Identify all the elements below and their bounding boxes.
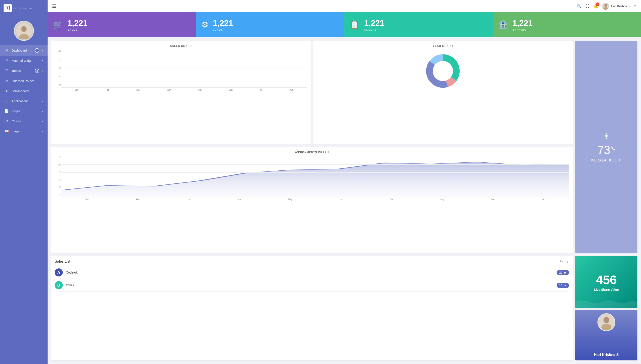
applications-icon: ⊞ bbox=[4, 99, 9, 103]
sidebar-item-material-widget[interactable]: ⊞ Material Widget ▾ bbox=[0, 56, 48, 66]
chevron-down-icon: ▾ bbox=[42, 110, 43, 112]
stat-info-sales: 1,221 SALES bbox=[68, 18, 88, 31]
sidebar-item-dashboard[interactable]: ⊞ Dashboard 1 ▾ bbox=[0, 45, 48, 56]
stat-info-leads: 1,221 LEADS bbox=[213, 18, 233, 31]
weather-card: ☀ 73°C KERALA, KOCHI bbox=[575, 41, 638, 253]
stat-info-banking: 1,221 BANKING bbox=[512, 18, 533, 31]
assignments-x-labels: JanFebMarAprMayJunJulAugSepOct bbox=[62, 198, 569, 201]
item-icon-codetok: A bbox=[55, 268, 63, 276]
sidebar-item-scrumboard[interactable]: ★ Scrumboard bbox=[0, 86, 48, 96]
sales-list-actions: ↻ ⋮ bbox=[560, 259, 569, 264]
material-widget-icon: ⊞ bbox=[4, 58, 9, 63]
guarded-routes-icon: ✏ bbox=[4, 79, 9, 83]
sales-list-item: A Codetok 20 ★ bbox=[55, 266, 569, 279]
more-options-button[interactable]: ⋮ bbox=[566, 259, 569, 264]
sales-list-item: B Item 2 15 ★ bbox=[55, 279, 569, 292]
svg-point-5 bbox=[604, 4, 607, 7]
svg-point-11 bbox=[433, 61, 453, 81]
cart-icon: 🛒 bbox=[53, 20, 63, 30]
sidebar-item-applications[interactable]: ⊞ Applications ▾ bbox=[0, 96, 48, 106]
svg-point-2 bbox=[21, 26, 26, 32]
bank-icon: 🏦 bbox=[498, 20, 508, 30]
sidebar: CODETOK.com ⊞ Dashboard 1 ▾ ⊞ Material W… bbox=[0, 0, 48, 364]
chevron-down-icon: ▾ bbox=[42, 130, 43, 132]
sales-list-header: Sales List ↻ ⋮ bbox=[55, 259, 569, 264]
sales-list-card: Sales List ↻ ⋮ A Codetok 20 ★ bbox=[51, 256, 573, 360]
user-avatar-area bbox=[14, 21, 34, 41]
stat-info-assets: 1,221 ASSETS bbox=[364, 18, 384, 31]
refresh-button[interactable]: ↻ bbox=[560, 259, 563, 264]
gear-icon: ⚙ bbox=[201, 20, 208, 30]
chevron-down-icon: ▾ bbox=[42, 120, 43, 122]
clipboard-icon: 📋 bbox=[350, 20, 360, 30]
profile-name: Hari Krishna S bbox=[594, 353, 619, 357]
dashboard-icon: ⊞ bbox=[4, 48, 9, 53]
share-card: 456 Live Share Value bbox=[575, 256, 638, 308]
sidebar-avatar bbox=[14, 21, 34, 41]
notifications-button[interactable]: 🔔 3 bbox=[593, 4, 598, 9]
stat-cards-row: 🛒 1,221 SALES ⚙ 1,221 LEADS 📋 1,221 ASSE… bbox=[48, 12, 641, 37]
weather-location: KERALA, KOCHI bbox=[591, 158, 622, 162]
stat-card-leads[interactable]: ⚙ 1,221 LEADS bbox=[196, 12, 344, 37]
sales-bar-chart bbox=[62, 50, 307, 88]
sales-list-title: Sales List bbox=[55, 260, 70, 264]
assignments-line-chart bbox=[62, 156, 569, 197]
chevron-down-icon: ▾ bbox=[42, 60, 43, 62]
sales-item-name: Codetok bbox=[66, 271, 554, 274]
main-area: ☰ 🔍 ⛶ 🔔 3 Hari Krishna ▾ ≡ 🛒 bbox=[48, 0, 641, 364]
sales-x-labels: JanFebMarAprMayJunJulAug bbox=[62, 88, 307, 91]
scrumboard-icon: ★ bbox=[4, 89, 9, 93]
assignments-graph-card: ASSIGNMENTS GRAPH 60 80 100 120 140 160 bbox=[51, 147, 573, 253]
svg-point-14 bbox=[604, 317, 609, 323]
sales-score-badge-2: 15 ★ bbox=[556, 283, 569, 288]
sun-icon: ☀ bbox=[603, 132, 610, 141]
profile-card: Hari Krishna S bbox=[575, 310, 638, 361]
right-bottom-col: 456 Live Share Value Hari Krishna S bbox=[574, 254, 639, 362]
lead-donut-chart bbox=[317, 50, 569, 92]
chevron-down-icon: ▾ bbox=[42, 49, 43, 52]
more-menu-button[interactable]: ≡ bbox=[634, 4, 636, 9]
sidebar-item-charts[interactable]: ⊕ Charts ▾ bbox=[0, 116, 48, 126]
star-icon: ★ bbox=[564, 284, 566, 287]
sales-graph-card: SALES GRAPH 20 40 60 80 100 bbox=[51, 41, 311, 144]
svg-marker-12 bbox=[62, 162, 569, 197]
hamburger-menu-button[interactable]: ☰ bbox=[52, 4, 56, 9]
sidebar-item-maps[interactable]: 📖 maps ▾ bbox=[0, 126, 48, 136]
expand-button[interactable]: ⛶ bbox=[586, 4, 589, 8]
user-avatar bbox=[602, 3, 609, 10]
weather-temperature: 73°C bbox=[598, 143, 615, 156]
stat-card-sales[interactable]: 🛒 1,221 SALES bbox=[48, 12, 196, 37]
user-chevron-icon: ▾ bbox=[629, 5, 630, 7]
lead-graph-card: LEAD GRAPH bbox=[313, 41, 573, 144]
share-label: Live Share Value bbox=[594, 288, 619, 292]
sidebar-item-guarded-routes[interactable]: ✏ Guarded Routes bbox=[0, 76, 48, 86]
charts-icon: ⊕ bbox=[4, 119, 9, 123]
item-icon-2: B bbox=[55, 281, 63, 289]
topbar-left: ☰ bbox=[52, 4, 56, 9]
assignments-graph-title: ASSIGNMENTS GRAPH bbox=[55, 151, 569, 154]
pages-icon: 📄 bbox=[4, 109, 9, 113]
stat-card-banking[interactable]: 🏦 1,221 BANKING bbox=[493, 12, 641, 37]
sidebar-item-tables[interactable]: ☰ Tables 2 ▾ bbox=[0, 66, 48, 76]
user-menu[interactable]: Hari Krishna ▾ bbox=[602, 3, 630, 10]
lead-graph-title: LEAD GRAPH bbox=[317, 44, 569, 48]
sales-graph-title: SALES GRAPH bbox=[55, 44, 307, 48]
wave-decoration bbox=[575, 295, 638, 308]
search-button[interactable]: 🔍 bbox=[577, 4, 582, 9]
sidebar-item-pages[interactable]: 📄 Pages ▾ bbox=[0, 106, 48, 116]
sidebar-logo[interactable]: CODETOK.com bbox=[0, 0, 48, 16]
sales-score-badge: 20 ★ bbox=[556, 270, 569, 275]
topbar: ☰ 🔍 ⛶ 🔔 3 Hari Krishna ▾ ≡ bbox=[48, 0, 641, 12]
profile-avatar bbox=[598, 313, 615, 331]
maps-icon: 📖 bbox=[4, 129, 9, 133]
share-value: 456 bbox=[596, 272, 617, 287]
stat-card-assets[interactable]: 📋 1,221 ASSETS bbox=[344, 12, 493, 37]
sidebar-nav: ⊞ Dashboard 1 ▾ ⊞ Material Widget ▾ ☰ Ta… bbox=[0, 45, 48, 136]
chevron-down-icon: ▾ bbox=[42, 70, 43, 72]
chevron-down-icon: ▾ bbox=[42, 100, 43, 102]
content-area: 🛒 1,221 SALES ⚙ 1,221 LEADS 📋 1,221 ASSE… bbox=[48, 12, 641, 364]
star-icon: ★ bbox=[564, 271, 566, 274]
tables-icon: ☰ bbox=[4, 69, 9, 73]
logo-icon bbox=[4, 4, 12, 12]
topbar-right: 🔍 ⛶ 🔔 3 Hari Krishna ▾ ≡ bbox=[577, 3, 636, 10]
